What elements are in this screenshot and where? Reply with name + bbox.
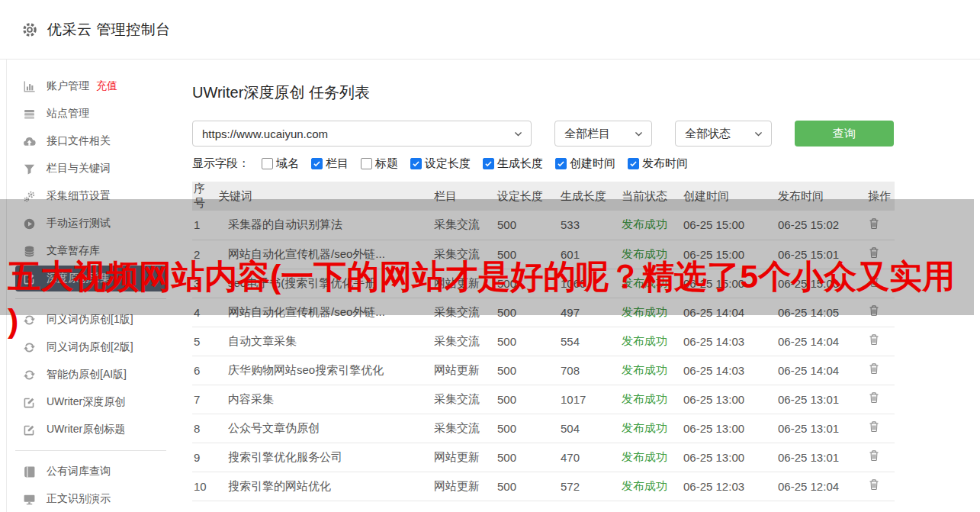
cell-no: 5 — [192, 327, 217, 356]
sidebar-item[interactable]: UWriter原创标题 — [0, 416, 191, 443]
cell-keyword: 自动文章采集 — [217, 327, 432, 356]
filter-row: https://www.ucaiyun.com 全部栏目 全部状态 查询 — [192, 121, 980, 147]
cell-gen-len: 572 — [559, 472, 620, 501]
site-select[interactable]: https://www.ucaiyun.com — [192, 121, 532, 147]
cell-created: 06-25 13:00 — [682, 443, 776, 472]
trash-icon — [868, 420, 880, 433]
sidebar-item[interactable]: UWriter深度原创 — [0, 388, 191, 416]
cell-keyword: 搜索引擎的网站优化 — [217, 472, 432, 501]
server-icon — [23, 108, 36, 121]
sidebar-item[interactable]: 栏目与关键词 — [0, 155, 191, 182]
table-row: 10搜索引擎的网站优化网站更新500572发布成功06-25 12:0306-2… — [192, 472, 895, 501]
cell-set-len: 500 — [496, 414, 559, 443]
cell-actions — [866, 414, 895, 443]
checkbox-checked-icon[interactable] — [628, 158, 639, 169]
field-checkbox-label: 栏目 — [326, 156, 349, 171]
query-button[interactable]: 查询 — [795, 121, 894, 147]
cloud-upload-icon — [23, 135, 36, 148]
cell-column: 采集交流 — [432, 414, 496, 443]
chevron-down-icon — [513, 129, 523, 139]
bar-chart-icon — [23, 80, 36, 93]
table-row: 7内容采集采集交流5001017发布成功06-25 13:0006-25 13:… — [192, 385, 895, 414]
field-checkbox-label: 域名 — [276, 156, 299, 171]
checkbox-unchecked-icon[interactable] — [361, 158, 372, 169]
cell-no: 8 — [192, 414, 217, 443]
cell-status: 发布成功 — [620, 327, 682, 356]
column-select[interactable]: 全部栏目 — [554, 121, 652, 147]
cell-published: 06-25 13:01 — [776, 385, 866, 414]
refresh-icon — [23, 314, 36, 327]
column-select-value: 全部栏目 — [564, 127, 610, 141]
field-checkbox-label: 标题 — [375, 156, 398, 171]
cell-actions — [866, 443, 895, 472]
edit-square-icon — [23, 423, 36, 436]
delete-button[interactable] — [868, 478, 883, 494]
field-checkbox[interactable]: 标题 — [361, 156, 398, 171]
checkbox-checked-icon[interactable] — [410, 158, 422, 169]
field-checkbox-label: 发布时间 — [642, 156, 688, 171]
sidebar-item-label: UWriter原创标题 — [47, 423, 125, 436]
field-checkbox-label: 创建时间 — [570, 156, 615, 171]
sidebar-item-label: 公有词库查询 — [47, 465, 111, 478]
field-checkbox[interactable]: 域名 — [262, 156, 299, 171]
trash-icon — [868, 362, 880, 375]
cell-published: 06-25 14:04 — [776, 356, 866, 385]
delete-button[interactable] — [868, 449, 883, 465]
sidebar-item[interactable]: 账户管理充值 — [0, 72, 191, 100]
sidebar-item[interactable]: 智能伪原创[AI版] — [0, 361, 191, 388]
delete-button[interactable] — [868, 362, 883, 378]
trash-icon — [868, 478, 880, 491]
sidebar-item[interactable]: 站点管理 — [0, 100, 191, 127]
sidebar-item[interactable]: 接口文件相关 — [0, 127, 191, 155]
sidebar-item[interactable]: 正文识别演示 — [0, 485, 191, 512]
checkbox-checked-icon[interactable] — [483, 158, 494, 169]
sidebar-item-label: 站点管理 — [47, 107, 89, 121]
checkbox-unchecked-icon[interactable] — [262, 158, 273, 169]
cell-actions — [866, 327, 895, 356]
checkbox-checked-icon[interactable] — [555, 158, 567, 169]
cell-published: 06-25 13:01 — [776, 443, 866, 472]
sidebar-item[interactable]: 同义词伪原创[2版] — [0, 333, 191, 361]
checkbox-checked-icon[interactable] — [311, 158, 323, 169]
field-checkbox[interactable]: 设定长度 — [410, 156, 471, 171]
sidebar-item-label: 账户管理 — [47, 79, 89, 93]
recharge-badge[interactable]: 充值 — [96, 79, 117, 93]
cell-gen-len: 708 — [559, 356, 620, 385]
cell-keyword: 公众号文章伪原创 — [217, 414, 432, 443]
field-checkbox[interactable]: 生成长度 — [483, 156, 543, 171]
cell-status: 发布成功 — [620, 385, 682, 414]
field-checkbox[interactable]: 栏目 — [311, 156, 349, 171]
cell-status: 发布成功 — [620, 472, 682, 501]
monitor-icon — [23, 493, 36, 506]
field-checkbox[interactable]: 发布时间 — [628, 156, 688, 171]
cell-status: 发布成功 — [620, 414, 682, 443]
cell-keyword: 搜索引擎优化服务公司 — [217, 443, 432, 472]
refresh-icon — [23, 369, 36, 382]
field-checkbox[interactable]: 创建时间 — [555, 156, 615, 171]
cell-published: 06-25 14:04 — [776, 327, 866, 356]
sidebar-item-label: 同义词伪原创[2版] — [47, 340, 133, 354]
cell-column: 网站更新 — [432, 356, 496, 385]
cell-gen-len: 470 — [559, 443, 620, 472]
gear-icon — [21, 21, 38, 38]
sidebar-item[interactable]: 公有词库查询 — [0, 458, 191, 485]
chevron-down-icon — [753, 129, 763, 139]
delete-button[interactable] — [868, 391, 883, 407]
field-checkbox-label: 设定长度 — [425, 156, 471, 171]
sidebar-item-label: UWriter深度原创 — [47, 395, 125, 409]
cell-keyword: 庆华购物网站seo搜索引擎优化 — [217, 356, 432, 385]
delete-button[interactable] — [868, 333, 883, 349]
cell-set-len: 500 — [496, 356, 559, 385]
cell-gen-len: 504 — [559, 414, 620, 443]
cell-no: 9 — [192, 443, 217, 472]
cell-gen-len: 1017 — [559, 385, 620, 414]
delete-button[interactable] — [868, 420, 883, 436]
app-title: 优采云 管理控制台 — [47, 20, 171, 40]
cell-published: 06-25 12:04 — [776, 472, 866, 501]
fields-label: 显示字段： — [192, 156, 249, 171]
trash-icon — [868, 333, 880, 346]
sidebar-divider — [15, 450, 166, 451]
cell-set-len: 500 — [496, 443, 559, 472]
status-select[interactable]: 全部状态 — [675, 121, 772, 147]
cell-gen-len: 554 — [559, 327, 620, 356]
